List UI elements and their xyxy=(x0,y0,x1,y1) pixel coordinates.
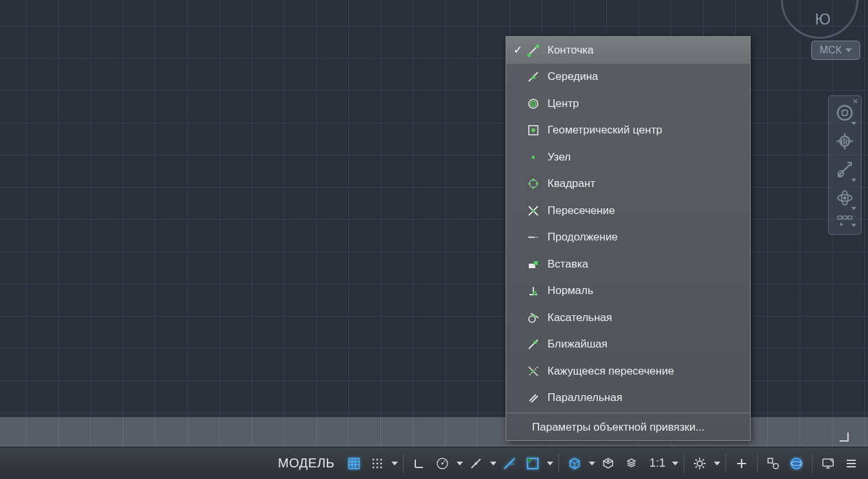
nav-pan[interactable] xyxy=(831,127,859,155)
check-icon: ✓ xyxy=(511,43,524,57)
svg-rect-12 xyxy=(536,44,539,48)
sb-polar[interactable] xyxy=(431,452,454,475)
sb-snap[interactable] xyxy=(366,452,389,475)
center-icon xyxy=(524,97,542,110)
osnap-item-midpoint[interactable]: Середина xyxy=(506,64,750,91)
quadrant-icon xyxy=(524,177,542,190)
svg-point-36 xyxy=(533,315,536,317)
statusbar-separator xyxy=(558,454,559,473)
sb-osnap3d-dd[interactable] xyxy=(586,452,597,475)
osnap-item-label: Продолжение xyxy=(547,231,618,244)
sb-osnap2d-dd[interactable] xyxy=(544,452,555,475)
svg-rect-60 xyxy=(528,458,531,462)
osnap-item-center[interactable]: Центр xyxy=(506,90,750,117)
geocenter-icon xyxy=(524,124,542,137)
svg-point-20 xyxy=(532,155,535,159)
osnap-item-appintersect[interactable]: Кажущееся пересечение xyxy=(506,358,750,385)
tangent-icon xyxy=(524,311,542,324)
svg-line-37 xyxy=(529,340,538,349)
osnap2d-icon xyxy=(526,456,540,471)
sb-ball[interactable] xyxy=(785,452,808,475)
sb-monitor[interactable] xyxy=(816,452,840,475)
nav-fullnav[interactable] xyxy=(831,99,859,127)
appintersect-icon xyxy=(524,365,542,378)
svg-point-22 xyxy=(532,179,535,181)
annotation-scale-button[interactable]: 1:1 xyxy=(643,452,669,475)
svg-point-41 xyxy=(532,370,535,373)
menu-icon xyxy=(844,456,858,471)
endpoint-icon xyxy=(524,44,542,57)
osnap-item-endpoint[interactable]: ✓ Конточка xyxy=(506,37,750,64)
osnap-settings-item[interactable]: Параметры объектной привязки... xyxy=(506,415,750,440)
osnap-item-extension[interactable]: Продолжение xyxy=(506,224,750,251)
nav-zoom-extents[interactable] xyxy=(831,155,859,184)
svg-point-48 xyxy=(377,462,379,464)
nav-orbit[interactable] xyxy=(831,184,859,212)
polar-icon xyxy=(435,456,449,471)
sb-gear[interactable] xyxy=(688,452,711,475)
svg-point-46 xyxy=(380,458,382,460)
caret-down-icon xyxy=(547,462,553,465)
plus-icon xyxy=(735,456,749,471)
osnap-item-quadrant[interactable]: Квадрант xyxy=(506,171,750,198)
osnap-item-tangent[interactable]: Касательная xyxy=(506,304,750,331)
osnap-item-nearest[interactable]: Ближайшая xyxy=(506,331,750,358)
sb-gear-dd[interactable] xyxy=(711,452,722,475)
svg-point-50 xyxy=(373,466,375,468)
sb-snap-dd[interactable] xyxy=(389,452,399,475)
intersect-icon xyxy=(524,204,542,217)
grid-icon xyxy=(347,456,361,471)
sb-3dsnap[interactable] xyxy=(597,452,620,475)
statusbar-separator xyxy=(684,454,684,473)
sb-grid[interactable] xyxy=(342,452,366,475)
svg-rect-33 xyxy=(533,292,536,295)
osnap-item-insert[interactable]: Вставка xyxy=(506,251,750,278)
sb-3d-track[interactable] xyxy=(620,452,643,475)
sb-iso-dd[interactable] xyxy=(488,452,498,475)
svg-point-23 xyxy=(528,182,531,185)
osnap-item-intersect[interactable]: Пересечение xyxy=(506,197,750,224)
ucs-caret-icon xyxy=(845,48,852,52)
sb-scale-dd[interactable] xyxy=(669,452,680,475)
osnap-item-label: Кажущееся пересечение xyxy=(547,365,674,378)
ucs-badge[interactable]: МСК xyxy=(811,41,860,60)
osnap-item-geocenter[interactable]: Геометрический центр xyxy=(506,117,750,144)
svg-rect-1 xyxy=(842,110,847,115)
node-icon xyxy=(524,151,542,164)
caret-down-icon xyxy=(391,462,398,465)
caret-down-icon xyxy=(589,462,595,465)
status-bar: МОДЕЛЬ 1:1 xyxy=(0,447,868,479)
osnap-item-label: Центр xyxy=(547,97,579,110)
osnap-item-perpend[interactable]: Нормаль xyxy=(506,278,750,305)
ball-icon xyxy=(789,456,804,471)
osnap-item-label: Касательная xyxy=(547,311,612,324)
menu-divider xyxy=(506,413,750,413)
caret-down-icon xyxy=(672,462,678,465)
svg-line-57 xyxy=(504,458,515,469)
sb-quickprop[interactable] xyxy=(762,452,785,475)
sb-otrack[interactable] xyxy=(498,452,521,475)
svg-point-49 xyxy=(380,462,382,464)
sb-ortho[interactable] xyxy=(408,452,431,475)
osnap-item-label: Пересечение xyxy=(547,204,615,217)
osnap-item-node[interactable]: Узел xyxy=(506,144,750,171)
sb-iso[interactable] xyxy=(464,452,488,475)
dots-icon xyxy=(370,456,384,471)
svg-point-28 xyxy=(532,210,535,212)
svg-line-42 xyxy=(529,395,536,401)
statusbar-separator xyxy=(812,454,813,473)
sb-plus[interactable] xyxy=(730,452,753,475)
nearest-icon xyxy=(524,338,542,351)
sb-osnap2d[interactable] xyxy=(521,452,544,475)
sb-osnap3d[interactable] xyxy=(563,452,586,475)
model-space-button[interactable]: МОДЕЛЬ xyxy=(270,452,342,475)
svg-point-62 xyxy=(697,461,702,466)
navigation-bar: ✕ xyxy=(828,95,862,235)
sb-menu[interactable] xyxy=(840,452,863,475)
statusbar-separator xyxy=(725,454,726,473)
osnap-item-parallel[interactable]: Параллельная xyxy=(506,385,750,412)
sb-polar-dd[interactable] xyxy=(454,452,464,475)
nav-showmotion[interactable] xyxy=(831,212,859,229)
compass-direction: Ю xyxy=(815,10,831,28)
osnap-context-menu: ✓ Конточка Середина Центр Геометрический… xyxy=(506,36,751,441)
